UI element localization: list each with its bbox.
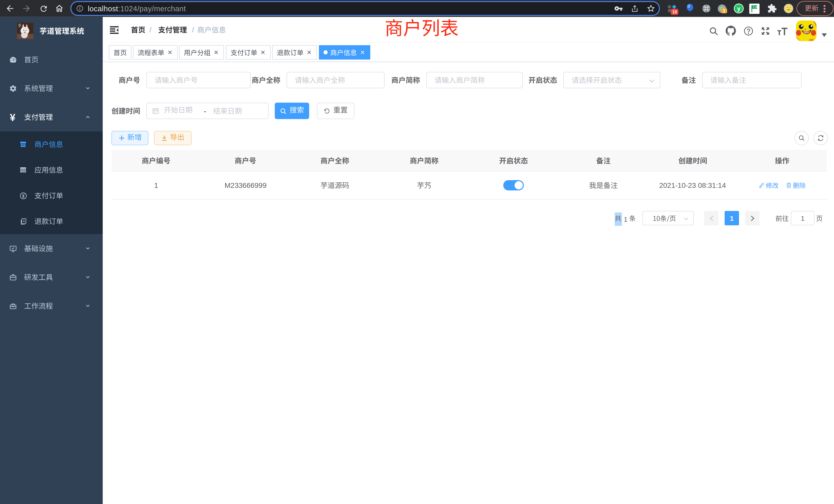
svg-text:y: y (737, 5, 740, 12)
